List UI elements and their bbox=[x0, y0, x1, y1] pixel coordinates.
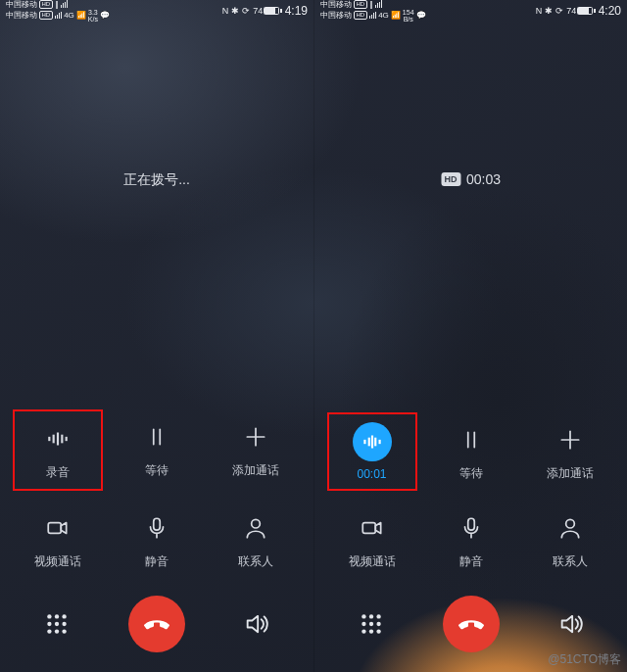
svg-point-15 bbox=[47, 622, 51, 626]
svg-point-34 bbox=[368, 614, 372, 618]
plus-icon bbox=[236, 417, 275, 456]
screen-dialing: 中国移动HD ‖ 中国移动HD 4G 📶 3.3K/s 💬 N ✱ ⟳ 74 4… bbox=[0, 0, 314, 672]
svg-point-41 bbox=[376, 629, 380, 633]
hd-badge: HD bbox=[441, 172, 460, 186]
end-call-button[interactable] bbox=[128, 596, 185, 652]
clock: 4:19 bbox=[285, 4, 308, 18]
video-icon bbox=[353, 508, 392, 548]
mute-button[interactable]: 静音 bbox=[112, 501, 202, 578]
battery-icon: 74 bbox=[566, 6, 596, 16]
watermark: @51CTO博客 bbox=[548, 651, 621, 668]
svg-point-16 bbox=[54, 622, 58, 626]
status-bar: 中国移动HD ‖ 中国移动HD 4G 📶 3.3K/s 💬 N ✱ ⟳ 74 4… bbox=[0, 0, 314, 22]
video-label: 视频通话 bbox=[349, 553, 396, 570]
svg-rect-30 bbox=[362, 523, 375, 534]
svg-rect-24 bbox=[374, 438, 376, 447]
pause-icon bbox=[137, 417, 176, 456]
plus-icon bbox=[551, 420, 590, 459]
svg-point-33 bbox=[362, 614, 365, 618]
speaker-button[interactable] bbox=[231, 599, 282, 649]
phone-down-icon bbox=[142, 609, 171, 639]
speaker-icon bbox=[557, 610, 585, 638]
add-call-label: 添加通话 bbox=[232, 462, 279, 479]
svg-point-20 bbox=[62, 629, 66, 633]
video-call-button[interactable]: 视频通话 bbox=[13, 501, 103, 578]
svg-point-17 bbox=[62, 622, 66, 626]
svg-point-13 bbox=[54, 614, 58, 618]
person-icon bbox=[551, 508, 590, 548]
video-icon bbox=[38, 508, 77, 548]
add-call-label: 添加通话 bbox=[547, 465, 594, 482]
screen-in-call: 中国移动HD ‖ 中国移动HD 4G 📶 154B/s 💬 N ✱ ⟳ 74 4… bbox=[314, 0, 627, 672]
svg-rect-23 bbox=[370, 436, 372, 449]
add-call-button[interactable]: 添加通话 bbox=[211, 409, 301, 491]
svg-point-39 bbox=[362, 629, 365, 633]
dialpad-button[interactable] bbox=[346, 599, 397, 649]
call-timer: 00:03 bbox=[466, 171, 501, 187]
svg-rect-25 bbox=[378, 440, 380, 444]
svg-point-36 bbox=[362, 622, 365, 626]
mute-label: 静音 bbox=[145, 553, 169, 570]
svg-rect-10 bbox=[154, 518, 161, 530]
status-bar: 中国移动HD ‖ 中国移动HD 4G 📶 154B/s 💬 N ✱ ⟳ 74 4… bbox=[314, 0, 627, 22]
person-icon bbox=[236, 508, 275, 548]
svg-point-11 bbox=[252, 519, 261, 528]
hold-label: 等待 bbox=[145, 462, 169, 479]
clock: 4:20 bbox=[599, 4, 621, 18]
end-call-button[interactable] bbox=[443, 596, 500, 652]
svg-point-14 bbox=[62, 614, 66, 618]
contacts-button[interactable]: 联系人 bbox=[211, 501, 301, 578]
hold-label: 等待 bbox=[459, 465, 483, 482]
record-button[interactable]: 录音 bbox=[13, 409, 103, 491]
svg-point-19 bbox=[54, 629, 58, 633]
bluetooth-icon: ✱ bbox=[231, 6, 239, 16]
mic-icon bbox=[452, 508, 491, 548]
svg-rect-0 bbox=[48, 437, 50, 441]
record-icon bbox=[38, 419, 77, 458]
phone-down-icon bbox=[457, 609, 486, 639]
bluetooth-icon: ✱ bbox=[545, 6, 553, 16]
record-button[interactable]: 00:01 bbox=[327, 412, 417, 491]
svg-rect-9 bbox=[48, 523, 61, 534]
record-label: 录音 bbox=[46, 464, 70, 481]
dialpad-button[interactable] bbox=[31, 599, 82, 649]
call-status: 正在拨号... bbox=[123, 171, 190, 189]
contacts-label: 联系人 bbox=[553, 553, 588, 570]
svg-point-40 bbox=[368, 629, 372, 633]
video-call-button[interactable]: 视频通话 bbox=[327, 501, 417, 578]
mute-label: 静音 bbox=[459, 553, 483, 570]
call-status: HD 00:03 bbox=[441, 171, 501, 187]
hold-button[interactable]: 等待 bbox=[112, 409, 202, 491]
speaker-icon bbox=[243, 610, 270, 638]
svg-point-12 bbox=[47, 614, 51, 618]
nfc-icon: N bbox=[222, 6, 229, 16]
svg-rect-4 bbox=[65, 437, 67, 441]
svg-point-18 bbox=[47, 629, 51, 633]
record-icon bbox=[353, 422, 392, 461]
svg-rect-21 bbox=[363, 440, 365, 444]
mic-icon bbox=[137, 508, 176, 548]
add-call-button[interactable]: 添加通话 bbox=[525, 412, 615, 491]
nfc-icon: N bbox=[536, 6, 543, 16]
contacts-label: 联系人 bbox=[238, 553, 273, 570]
svg-rect-1 bbox=[52, 435, 54, 444]
svg-rect-3 bbox=[61, 435, 63, 444]
svg-point-35 bbox=[376, 614, 380, 618]
svg-point-37 bbox=[368, 622, 372, 626]
hold-button[interactable]: 等待 bbox=[426, 412, 516, 491]
pause-icon bbox=[452, 420, 491, 459]
contacts-button[interactable]: 联系人 bbox=[525, 501, 615, 578]
svg-point-32 bbox=[565, 519, 574, 528]
battery-icon: 74 bbox=[253, 6, 282, 16]
speaker-button[interactable] bbox=[546, 599, 597, 649]
svg-point-38 bbox=[376, 622, 380, 626]
record-timer: 00:01 bbox=[357, 467, 386, 481]
svg-rect-2 bbox=[57, 433, 59, 446]
video-label: 视频通话 bbox=[34, 553, 81, 570]
svg-rect-22 bbox=[367, 438, 369, 447]
mute-button[interactable]: 静音 bbox=[426, 501, 516, 578]
svg-rect-31 bbox=[467, 518, 474, 530]
